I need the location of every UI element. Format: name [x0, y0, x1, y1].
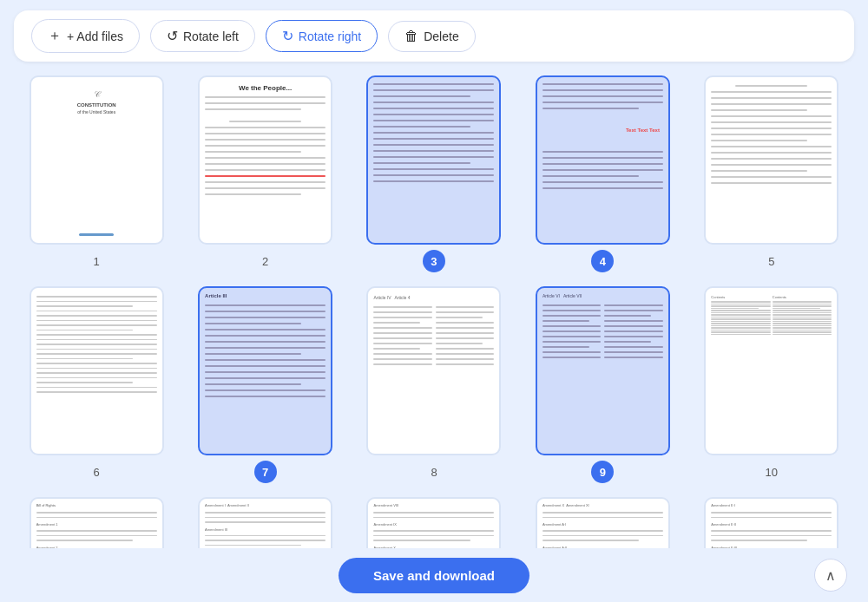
page-label-3: 3	[423, 250, 445, 272]
delete-button[interactable]: 🗑 Delete	[388, 21, 475, 52]
page-item-7[interactable]: Article III	[186, 286, 344, 483]
toolbar: ＋ + Add files ↺ Rotate left ↻ Rotate rig…	[14, 10, 854, 62]
page-item-6[interactable]: 6	[17, 286, 175, 483]
page-label-2: 2	[262, 250, 268, 272]
page-thumb-5[interactable]	[704, 75, 838, 245]
rotate-left-icon: ↺	[167, 28, 178, 44]
save-download-label: Save and download	[373, 568, 495, 583]
trash-icon: 🗑	[404, 29, 418, 44]
collapse-button[interactable]: ∧	[814, 559, 847, 592]
chevron-up-icon: ∧	[825, 567, 836, 584]
add-files-button[interactable]: ＋ + Add files	[31, 19, 140, 53]
page-item-3[interactable]: 3	[355, 75, 513, 272]
page-label-8: 8	[431, 461, 437, 483]
page-thumb-2[interactable]: We the People...	[198, 75, 332, 245]
pages-grid: 𝒞 CONSTITUTIONof the United States 1 We …	[17, 75, 851, 602]
delete-label: Delete	[424, 29, 458, 43]
page-item-9[interactable]: Article VI Article VII	[523, 286, 681, 483]
page-thumb-8[interactable]: Article IV Article 4	[366, 286, 501, 455]
page-label-9: 9	[591, 461, 614, 483]
rotate-left-button[interactable]: ↺ Rotate left	[150, 20, 255, 52]
page-thumb-9[interactable]: Article VI Article VII	[536, 286, 670, 455]
footer-bar: Save and download ∧	[0, 548, 868, 602]
add-files-label: + Add files	[67, 29, 123, 43]
ornament-1: 𝒞	[94, 89, 100, 100]
page-item-4[interactable]: Text Text Text 4	[523, 75, 681, 272]
page-thumb-10[interactable]: Contents	[704, 286, 838, 455]
page-label-10: 10	[766, 461, 778, 483]
save-download-button[interactable]: Save and download	[339, 558, 529, 593]
page-label-4: 4	[591, 250, 614, 272]
page-item-1[interactable]: 𝒞 CONSTITUTIONof the United States 1	[17, 75, 175, 272]
page-label-7: 7	[254, 461, 277, 483]
plus-icon: ＋	[48, 27, 62, 45]
page-item-2[interactable]: We the People...	[186, 75, 344, 272]
page-thumb-3[interactable]	[366, 75, 501, 245]
page-item-8[interactable]: Article IV Article 4	[355, 286, 513, 483]
page-thumb-6[interactable]	[30, 286, 164, 455]
rotate-left-label: Rotate left	[183, 29, 239, 43]
page-thumb-7[interactable]: Article III	[198, 286, 332, 455]
page-item-5[interactable]: 5	[693, 75, 851, 272]
rotate-right-icon: ↻	[282, 28, 293, 44]
page-label-6: 6	[94, 461, 100, 483]
page-label-1: 1	[94, 250, 100, 272]
rotate-right-button[interactable]: ↻ Rotate right	[266, 20, 378, 52]
rotate-right-label: Rotate right	[299, 29, 361, 43]
page-item-10[interactable]: Contents	[693, 286, 851, 483]
pages-main: 𝒞 CONSTITUTIONof the United States 1 We …	[0, 69, 868, 602]
page-thumb-4[interactable]: Text Text Text	[536, 75, 670, 245]
page-label-5: 5	[768, 250, 774, 272]
page-thumb-1[interactable]: 𝒞 CONSTITUTIONof the United States	[30, 75, 164, 245]
